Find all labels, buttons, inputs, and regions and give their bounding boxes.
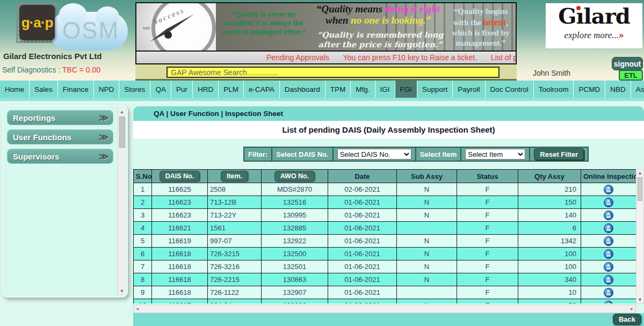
sort-button-dais-no[interactable]: DAIS No. <box>160 171 200 182</box>
sidebar-item-user-functions[interactable]: User Functions≫ <box>7 129 113 144</box>
online-inspection-icon[interactable] <box>604 301 613 304</box>
table-cell-sno: 10 <box>134 299 152 304</box>
nav-item-toolroom[interactable]: Toolroom <box>534 81 574 98</box>
scroll-left-icon[interactable]: ◂ <box>136 306 139 311</box>
online-inspection-icon[interactable] <box>604 223 613 233</box>
table-cell-sno: 3 <box>134 209 152 222</box>
table-vertical-scrollbar[interactable]: ▲ ▼ <box>636 169 644 303</box>
nav-item-dashboard[interactable]: Dashboard <box>280 81 325 98</box>
table-cell-date: 01-06-2021 <box>328 196 397 209</box>
nav-item-payroll[interactable]: Payroll <box>453 81 485 98</box>
gilard-tagline: explore more...» <box>546 29 642 41</box>
table-cell-awo_no: 130995 <box>262 209 328 222</box>
scroll-thumb[interactable] <box>119 117 125 148</box>
breadcrumb: QA | User Function | Inspection Sheet <box>133 106 644 121</box>
nav-item-tpm[interactable]: TPM <box>325 81 351 98</box>
scroll-down-icon[interactable]: ▼ <box>118 288 126 294</box>
quote-center: “Quality means doing it right when no on… <box>312 4 445 26</box>
column-header-qty-assy: Qty Assy <box>518 170 581 183</box>
scroll-down-icon[interactable]: ▼ <box>636 297 643 302</box>
table-cell-sub_assy <box>397 286 457 299</box>
table-cell-inspect <box>581 222 636 235</box>
ticker-item: You can press F10 key to Raise a ticket. <box>343 53 477 62</box>
table-cell-inspect <box>581 183 636 196</box>
nav-item-pur[interactable]: Pur <box>171 81 193 98</box>
page-title: List of pending DAIS (Daily Assembly Ins… <box>133 121 644 139</box>
sidebar-scrollbar[interactable]: ▲ ▼ <box>118 108 126 295</box>
nav-item-npd[interactable]: NPD <box>94 81 120 98</box>
table-cell-inspect <box>581 248 636 260</box>
table-cell-date: 01-06-2021 <box>328 235 397 248</box>
etl-button[interactable]: ETL <box>619 70 643 81</box>
quote-left: “Quality is never an accident; it is alw… <box>219 10 308 37</box>
nav-item-support[interactable]: Support <box>417 81 453 98</box>
nav-item-plm[interactable]: PLM <box>219 81 244 98</box>
nav-item-mfg[interactable]: Mfg. <box>351 81 375 98</box>
nav-item-qa[interactable]: QA <box>150 81 171 98</box>
table-cell-sub_assy: N <box>397 299 457 304</box>
scroll-thumb[interactable] <box>638 177 642 201</box>
sidebar-item-reportings[interactable]: Reportings≫ <box>7 110 113 125</box>
scroll-up-icon[interactable]: ▲ <box>636 170 643 176</box>
compass-knob <box>164 31 172 39</box>
nav-item-finance[interactable]: Finance <box>58 81 94 98</box>
scroll-up-icon[interactable]: ▲ <box>118 109 126 114</box>
table-cell-inspect <box>581 260 636 273</box>
table-cell-sno: 2 <box>134 196 152 209</box>
table-cell-dais_no: 116618 <box>152 286 208 299</box>
table-cell-qty_assy: 50 <box>518 299 581 304</box>
nav-item-asset[interactable]: Asset <box>631 81 644 98</box>
dais-select[interactable]: Select DAIS No. <box>337 149 411 160</box>
table-cell-awo_no: 132626 <box>262 299 328 304</box>
quote-right-highlight: intent <box>483 17 506 27</box>
dais-filter-label: Select DAIS No. <box>272 148 334 161</box>
table-cell-sno: 8 <box>134 273 152 286</box>
table-cell-sub_assy <box>397 222 457 235</box>
table-cell-dais_no: 116623 <box>152 196 208 209</box>
nav-item-fgi[interactable]: FGI <box>395 81 418 98</box>
online-inspection-icon[interactable] <box>604 211 613 220</box>
table-cell-dais_no: 116618 <box>152 273 208 286</box>
table-row: 2116623713-12B13251601-06-2021NF150 <box>134 196 636 209</box>
nav-item-sales[interactable]: Sales <box>30 81 58 98</box>
back-button[interactable]: Back <box>613 314 641 325</box>
table-cell-inspect <box>581 209 636 222</box>
table-cell-sub_assy: N <box>397 209 457 222</box>
signout-button[interactable]: signout <box>612 57 643 70</box>
table-cell-date: 01-06-2021 <box>328 222 397 235</box>
dais-table: S.No.DAIS No.Item.AWO No.DateSub AssySta… <box>133 169 636 303</box>
bottom-bar: Back <box>133 313 644 326</box>
app-window: g·a·p OSM Gilard Electronics Pvt Ltd Sel… <box>0 0 644 326</box>
table-cell-item: 726-3216 <box>208 260 262 273</box>
scroll-right-icon[interactable]: ▸ <box>631 306 633 311</box>
table-cell-date: 01-06-2021 <box>328 273 397 286</box>
sort-button-item[interactable]: Item. <box>221 171 248 182</box>
nav-item-hrd[interactable]: HRD <box>193 81 219 98</box>
sidebar-item-supervisors[interactable]: Supervisors≫ <box>7 149 113 164</box>
search-input[interactable] <box>167 67 500 78</box>
reset-filter-button[interactable]: Reset Filter <box>534 148 584 160</box>
online-inspection-icon[interactable] <box>604 275 613 285</box>
nav-item-doc-control[interactable]: Doc Control <box>486 81 534 98</box>
item-select[interactable]: Select Item <box>465 149 525 160</box>
nav-item-home[interactable]: Home <box>0 81 30 98</box>
nav-item-pcmd[interactable]: PCMD <box>574 81 605 98</box>
table-cell-awo_no: 130863 <box>262 273 328 286</box>
table-cell-sno: 7 <box>134 260 152 273</box>
online-inspection-icon[interactable] <box>604 249 613 259</box>
quality-banner: Success NW “Quality is never an accident… <box>135 2 517 52</box>
gilard-brand-name: Gılard <box>546 3 642 29</box>
nav-item-stores[interactable]: Stores <box>119 81 150 98</box>
nav-item-e-capa[interactable]: e-CAPA <box>244 81 280 98</box>
nav-item-nbd[interactable]: NBD <box>605 81 631 98</box>
online-inspection-icon[interactable] <box>604 198 613 207</box>
nav-item-igi[interactable]: IGI <box>375 81 395 98</box>
online-inspection-icon[interactable] <box>604 288 613 298</box>
sort-button-awo-no[interactable]: AWO No. <box>274 171 315 182</box>
table-cell-date: 01-06-2021 <box>328 248 397 260</box>
online-inspection-icon[interactable] <box>604 262 613 272</box>
online-inspection-icon[interactable] <box>604 236 613 246</box>
table-horizontal-scrollbar[interactable]: ◂ ▸ <box>133 305 636 313</box>
online-inspection-icon[interactable] <box>604 185 613 194</box>
column-header-s-no: S.No. <box>134 170 152 183</box>
